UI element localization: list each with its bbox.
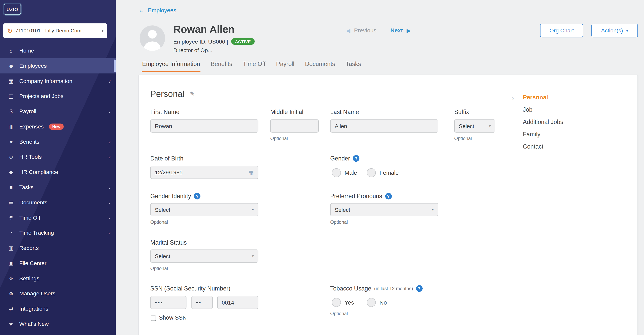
sidebar-item-home[interactable]: ⌂ Home bbox=[0, 43, 116, 58]
sidebar-item-documents[interactable]: ▤ Documents ∨ bbox=[0, 195, 116, 210]
sidebar-item-time-tracking[interactable]: ◔ Time Tracking ∨ bbox=[0, 225, 116, 241]
ssn-part2-input[interactable]: •• bbox=[192, 296, 213, 309]
sidebar-item-hr-compliance[interactable]: ◆ HR Compliance bbox=[0, 165, 116, 180]
section-nav-family[interactable]: Family bbox=[523, 131, 563, 138]
section-title-row: Personal ✎ bbox=[150, 89, 195, 99]
help-icon[interactable]: ? bbox=[194, 193, 200, 200]
dob-input[interactable]: 12/29/1985 ▦ bbox=[150, 166, 258, 179]
tobacco-usage-label-row: Tobacco Usage (in last 12 months) ? bbox=[330, 285, 422, 292]
sidebar-item-file-center[interactable]: ▣ File Center bbox=[0, 256, 116, 271]
sidebar-item-settings[interactable]: ⚙ Settings bbox=[0, 271, 116, 286]
tobacco-no-label: No bbox=[380, 299, 387, 306]
avatar bbox=[140, 25, 165, 51]
chevron-down-icon: ∨ bbox=[108, 185, 111, 189]
section-title: Personal bbox=[150, 89, 184, 99]
sidebar-item-label: Benefits bbox=[19, 139, 40, 145]
tab-tasks[interactable]: Tasks bbox=[346, 61, 362, 72]
sidebar-item-tasks[interactable]: ≡ Tasks ∨ bbox=[0, 180, 116, 195]
suffix-select[interactable]: Select ▾ bbox=[454, 119, 495, 133]
company-information-icon: ▦ bbox=[8, 78, 15, 84]
suffix-optional: Optional bbox=[454, 136, 472, 141]
help-icon[interactable]: ? bbox=[385, 193, 392, 200]
tasks-icon: ≡ bbox=[8, 184, 15, 191]
sidebar-item-label: Employees bbox=[19, 63, 47, 69]
app-root: UZIO ↻ 711010101 - Lilly Demo Com... ▾ ⌂… bbox=[0, 0, 644, 335]
active-indicator bbox=[114, 59, 116, 72]
hr-compliance-icon: ◆ bbox=[8, 169, 15, 175]
back-link-label: Employees bbox=[148, 7, 176, 13]
previous-button[interactable]: ◀ Previous bbox=[346, 27, 376, 34]
preferred-pronouns-label: Preferred Pronouns bbox=[330, 193, 382, 200]
section-nav-personal[interactable]: Personal bbox=[523, 94, 563, 100]
sidebar-item-time-off[interactable]: ☂ Time Off ∨ bbox=[0, 210, 116, 225]
first-name-input[interactable]: Rowan bbox=[150, 119, 258, 133]
sidebar-item-payroll[interactable]: $ Payroll ∨ bbox=[0, 104, 116, 119]
last-name-label: Last Name bbox=[330, 109, 359, 115]
middle-initial-optional: Optional bbox=[270, 136, 288, 141]
ssn-part1-input[interactable]: ••• bbox=[150, 296, 186, 309]
sidebar-item-reports[interactable]: ▥ Reports bbox=[0, 241, 116, 256]
next-button[interactable]: Next ▶ bbox=[390, 27, 411, 34]
actions-button-label: Action(s) bbox=[601, 27, 623, 34]
gender-identity-select[interactable]: Select ▾ bbox=[150, 203, 258, 216]
chevron-down-icon: ∨ bbox=[108, 79, 111, 83]
tab-time-off[interactable]: Time Off bbox=[242, 61, 266, 72]
home-icon: ⌂ bbox=[8, 48, 15, 54]
gender-female-radio[interactable] bbox=[367, 168, 376, 177]
company-selector-value: 711010101 - Lilly Demo Com... bbox=[16, 28, 99, 33]
marital-status-select[interactable]: Select ▾ bbox=[150, 250, 258, 263]
status-badge: ACTIVE bbox=[231, 38, 254, 45]
tab-documents[interactable]: Documents bbox=[304, 61, 336, 72]
integrations-icon: ⇄ bbox=[8, 306, 15, 312]
tab-employee-information[interactable]: Employee Information bbox=[142, 61, 200, 72]
caret-down-icon: ▾ bbox=[252, 208, 254, 212]
section-nav-additional-jobs[interactable]: Additional Jobs bbox=[523, 118, 563, 125]
edit-icon[interactable]: ✎ bbox=[190, 90, 195, 98]
employees-icon: ☻ bbox=[8, 63, 15, 69]
calendar-icon[interactable]: ▦ bbox=[248, 169, 254, 176]
ssn-part3-input[interactable]: 0014 bbox=[217, 296, 258, 309]
sidebar-item-label: Integrations bbox=[19, 306, 48, 312]
tab-payroll[interactable]: Payroll bbox=[276, 61, 295, 72]
show-ssn-checkbox[interactable] bbox=[151, 316, 156, 321]
sidebar-item-manage-users[interactable]: ☻ Manage Users bbox=[0, 286, 116, 301]
manage-users-icon: ☻ bbox=[8, 291, 15, 297]
sidebar-item-expenses[interactable]: ▥ Expenses New bbox=[0, 119, 116, 134]
chevron-down-icon: ∨ bbox=[108, 109, 111, 113]
sidebar-item-employees[interactable]: ☻ Employees bbox=[0, 58, 116, 73]
preferred-pronouns-label-row: Preferred Pronouns ? bbox=[330, 193, 392, 200]
actions-button[interactable]: Action(s) ▾ bbox=[592, 24, 638, 37]
org-chart-button[interactable]: Org Chart bbox=[540, 24, 583, 37]
help-icon[interactable]: ? bbox=[353, 155, 360, 162]
sidebar-item-company-information[interactable]: ▦ Company Information ∨ bbox=[0, 73, 116, 89]
ssn-label: SSN (Social Security Number) bbox=[150, 285, 230, 292]
preferred-pronouns-select[interactable]: Select ▾ bbox=[330, 203, 438, 216]
dob-value: 12/29/1985 bbox=[155, 169, 182, 176]
employee-name: Rowan Allen bbox=[173, 23, 234, 35]
sidebar-item-benefits[interactable]: ♥ Benefits ∨ bbox=[0, 134, 116, 149]
sidebar-item-label: HR Compliance bbox=[19, 169, 58, 175]
sidebar-item-label: Tasks bbox=[19, 184, 34, 191]
tobacco-no-radio[interactable] bbox=[367, 298, 376, 307]
next-arrow-icon: ▶ bbox=[406, 27, 411, 33]
section-nav-job[interactable]: Job bbox=[523, 106, 563, 113]
payroll-icon: $ bbox=[8, 108, 15, 115]
sidebar-item-hr-tools[interactable]: ☺ HR Tools ∨ bbox=[0, 149, 116, 165]
employee-tabs: Employee Information Benefits Time Off P… bbox=[142, 61, 362, 72]
gender-male-radio[interactable] bbox=[332, 168, 341, 177]
company-selector[interactable]: ↻ 711010101 - Lilly Demo Com... ▾ bbox=[3, 23, 107, 38]
sidebar-item-integrations[interactable]: ⇄ Integrations bbox=[0, 301, 116, 317]
last-name-input[interactable]: Allen bbox=[330, 119, 438, 133]
middle-initial-input[interactable] bbox=[270, 119, 319, 133]
sidebar-item-whats-new[interactable]: ★ What's New bbox=[0, 317, 116, 332]
help-icon[interactable]: ? bbox=[416, 285, 422, 292]
tab-benefits[interactable]: Benefits bbox=[210, 61, 232, 72]
section-nav-contact[interactable]: Contact bbox=[523, 143, 563, 150]
chevron-down-icon: ∨ bbox=[108, 155, 111, 159]
sidebar-item-label: Manage Users bbox=[19, 291, 56, 297]
tobacco-yes-radio[interactable] bbox=[332, 298, 341, 307]
back-link-employees[interactable]: ← Employees bbox=[138, 7, 176, 14]
sidebar-item-label: Company Information bbox=[19, 78, 72, 84]
suffix-label: Suffix bbox=[454, 109, 469, 115]
sidebar-item-projects-and-jobs[interactable]: ◫ Projects and Jobs bbox=[0, 89, 116, 104]
